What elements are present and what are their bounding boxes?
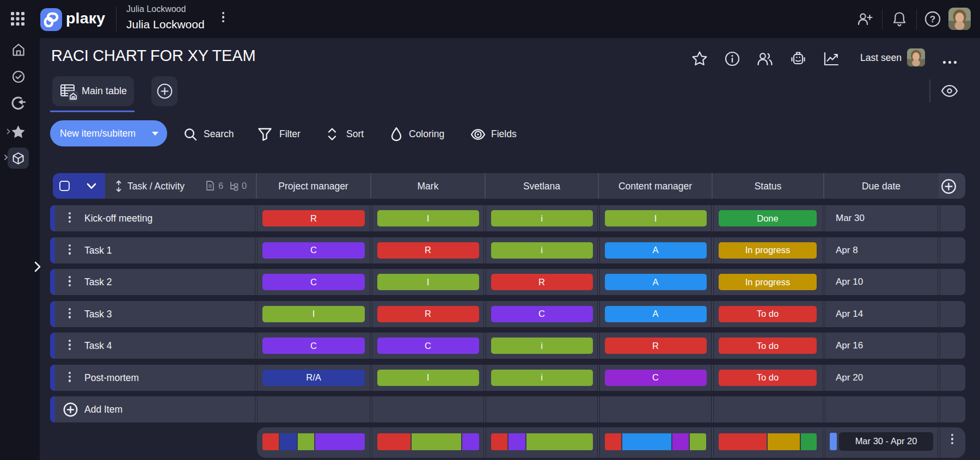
- svg-text:?: ?: [930, 14, 935, 24]
